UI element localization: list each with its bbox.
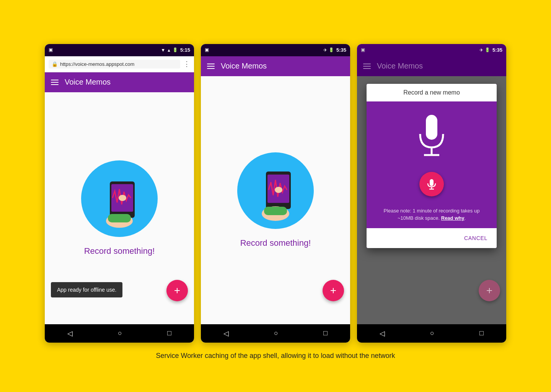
- caption: Service Worker caching of the app shell,…: [156, 352, 395, 360]
- airplane-icon-3: ✈: [479, 47, 483, 53]
- record-label-1: Record something!: [84, 246, 155, 256]
- status-bar-2: ▣ ✈ 🔋 5:35: [201, 44, 350, 56]
- address-bar: 🔒 https://voice-memos.appspot.com ⋮: [45, 56, 194, 72]
- nav-bar-1: ◁ ○ □: [45, 324, 194, 343]
- url-text: https://voice-memos.appspot.com: [60, 61, 134, 67]
- app-title-1: Voice Memos: [65, 78, 111, 87]
- nav-bar-3: ◁ ○ □: [357, 324, 506, 343]
- app-title-2: Voice Memos: [221, 62, 267, 70]
- status-icons-2: ✈ 🔋: [323, 47, 334, 53]
- recents-icon-2[interactable]: □: [323, 329, 328, 337]
- back-icon-2[interactable]: ◁: [223, 329, 229, 338]
- phone-3: ▣ ✈ 🔋 5:35 Voice Memos Record a new memo: [357, 44, 506, 343]
- back-icon-1[interactable]: ◁: [67, 329, 73, 338]
- cancel-button[interactable]: CANCEL: [461, 232, 491, 244]
- svg-point-9: [275, 187, 282, 193]
- illustration-circle-2: [237, 152, 314, 229]
- app-bar-1: Voice Memos: [45, 72, 194, 92]
- status-bar-1: ▣ ▼ ▲ 🔋 5:15: [45, 44, 194, 56]
- notification-icon-2: ▣: [205, 47, 209, 52]
- dialog-note: Please note: 1 minute of recording takes…: [374, 207, 489, 228]
- battery-icon-2: 🔋: [329, 47, 334, 52]
- wifi-icon: ▼: [161, 47, 165, 53]
- home-icon-3[interactable]: ○: [430, 329, 434, 337]
- app-bar-3: Voice Memos: [357, 56, 506, 76]
- svg-point-4: [119, 195, 126, 201]
- time-1: 5:15: [180, 47, 190, 53]
- phone-content-2: Record something! +: [201, 76, 350, 324]
- dialog-body: Please note: 1 minute of recording takes…: [367, 101, 497, 228]
- lock-icon: 🔒: [52, 61, 58, 67]
- waveform-illustration-1: [89, 168, 150, 229]
- hamburger-2[interactable]: [207, 64, 215, 69]
- app-bar-2: Voice Memos: [201, 56, 350, 76]
- dialog-title-text: Record a new memo: [403, 89, 460, 96]
- microphone-icon: [412, 113, 451, 163]
- hamburger-3[interactable]: [363, 64, 371, 69]
- dialog-title-bar: Record a new memo: [367, 84, 497, 101]
- notification-icon-1: ▣: [49, 47, 53, 52]
- recents-icon-1[interactable]: □: [167, 329, 171, 337]
- fab-3[interactable]: +: [479, 280, 500, 301]
- status-icons-3: ✈ 🔋: [479, 47, 490, 53]
- phone-2: ▣ ✈ 🔋 5:35 Voice Memos: [201, 44, 350, 343]
- recents-icon-3[interactable]: □: [479, 329, 484, 337]
- illustration-circle-1: [81, 160, 158, 237]
- phones-container: ▣ ▼ ▲ 🔋 5:15 🔒 https://voice-memos.appsp…: [45, 44, 506, 343]
- phone-1: ▣ ▼ ▲ 🔋 5:15 🔒 https://voice-memos.appsp…: [45, 44, 194, 343]
- home-icon-2[interactable]: ○: [274, 329, 278, 337]
- snackbar-1: App ready for offline use.: [51, 282, 122, 297]
- mic-small-icon: [426, 178, 437, 190]
- nav-bar-2: ◁ ○ □: [201, 324, 350, 343]
- svg-rect-10: [426, 115, 437, 140]
- notification-icon-3: ▣: [361, 47, 365, 52]
- svg-rect-3: [108, 214, 131, 222]
- status-bar-3: ▣ ✈ 🔋 5:35: [357, 44, 506, 56]
- hamburger-1[interactable]: [51, 80, 59, 85]
- read-why-link[interactable]: Read why: [441, 215, 465, 221]
- svg-rect-8: [264, 207, 287, 215]
- dialog-actions: CANCEL: [367, 228, 497, 248]
- airplane-icon-2: ✈: [323, 47, 327, 53]
- battery-icon-3: 🔋: [485, 47, 490, 52]
- status-icons-1: ▼ ▲ 🔋: [161, 47, 178, 53]
- phone3-content: Record a new memo: [357, 76, 506, 324]
- signal-icon: ▲: [167, 48, 171, 52]
- waveform-illustration-2: [245, 160, 306, 221]
- fab-label-3: +: [486, 284, 492, 297]
- fab-label-2: +: [330, 284, 336, 297]
- home-icon-1[interactable]: ○: [118, 329, 122, 337]
- snackbar-text-1: App ready for offline use.: [57, 287, 116, 293]
- time-2: 5:35: [336, 47, 346, 53]
- record-button[interactable]: [419, 172, 444, 196]
- app-title-3: Voice Memos: [377, 62, 423, 70]
- back-icon-3[interactable]: ◁: [380, 329, 385, 338]
- fab-label-1: +: [174, 284, 180, 297]
- fab-2[interactable]: +: [323, 280, 344, 301]
- svg-rect-16: [430, 179, 434, 186]
- battery-icon-1: 🔋: [173, 47, 178, 52]
- phone-content-1: Record something! App ready for offline …: [45, 92, 194, 324]
- dialog-note-text: Please note: 1 minute of recording takes…: [384, 208, 480, 221]
- url-box[interactable]: 🔒 https://voice-memos.appspot.com: [49, 60, 180, 69]
- fab-1[interactable]: +: [166, 280, 188, 301]
- menu-dots[interactable]: ⋮: [183, 60, 190, 68]
- record-dialog: Record a new memo: [367, 84, 497, 248]
- record-label-2: Record something!: [240, 238, 311, 248]
- time-3: 5:35: [492, 47, 502, 53]
